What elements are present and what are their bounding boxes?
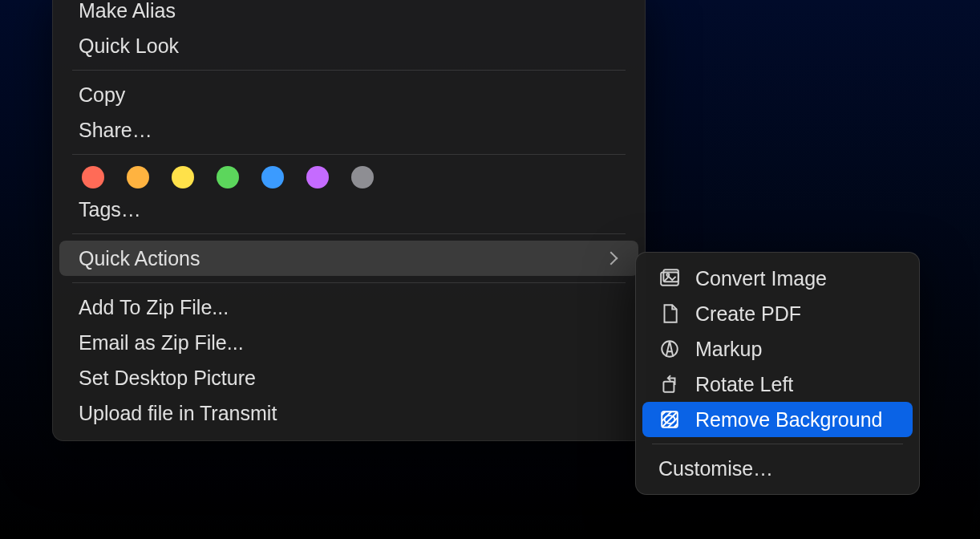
menu-item-email-as-zip[interactable]: Email as Zip File... [59, 325, 638, 360]
submenu-item-label: Rotate Left [695, 373, 793, 396]
document-icon [658, 302, 681, 325]
submenu-item-remove-background[interactable]: Remove Background [642, 402, 913, 437]
chevron-right-icon [605, 252, 618, 265]
menu-item-label: Add To Zip File... [79, 296, 229, 319]
tag-color-purple[interactable] [306, 166, 329, 188]
submenu-item-customise[interactable]: Customise… [642, 451, 913, 486]
tag-color-green[interactable] [217, 166, 239, 188]
menu-item-quick-actions[interactable]: Quick Actions [59, 241, 638, 276]
quick-actions-submenu: Convert Image Create PDF Markup [635, 252, 920, 495]
menu-separator [72, 154, 626, 155]
remove-background-icon [658, 408, 681, 431]
menu-separator [72, 282, 626, 283]
submenu-item-convert-image[interactable]: Convert Image [642, 261, 913, 296]
tag-color-row [59, 161, 638, 192]
tag-color-blue[interactable] [261, 166, 284, 188]
submenu-item-rotate-left[interactable]: Rotate Left [642, 367, 913, 402]
submenu-item-label: Markup [695, 338, 762, 361]
menu-item-label: Email as Zip File... [79, 331, 244, 355]
context-menu: Make Alias Quick Look Copy Share… Tags… … [52, 0, 646, 441]
menu-item-set-desktop-picture[interactable]: Set Desktop Picture [59, 360, 638, 395]
menu-item-label: Make Alias [79, 0, 176, 22]
menu-item-quick-look[interactable]: Quick Look [59, 28, 638, 63]
menu-item-label: Quick Actions [79, 247, 200, 270]
tag-color-red[interactable] [82, 166, 104, 188]
image-icon [658, 267, 681, 290]
tag-color-gray[interactable] [351, 166, 374, 188]
menu-item-label: Tags… [79, 198, 141, 221]
submenu-item-create-pdf[interactable]: Create PDF [642, 296, 913, 331]
menu-item-share[interactable]: Share… [59, 112, 638, 148]
submenu-item-label: Customise… [658, 457, 773, 480]
menu-item-label: Copy [79, 83, 125, 107]
menu-separator [72, 70, 626, 71]
menu-item-label: Quick Look [79, 34, 179, 58]
menu-item-tags[interactable]: Tags… [59, 192, 638, 227]
menu-item-label: Share… [79, 119, 152, 142]
menu-separator [72, 233, 626, 234]
submenu-separator [652, 444, 903, 444]
svg-rect-4 [663, 382, 674, 392]
submenu-item-markup[interactable]: Markup [642, 331, 913, 367]
menu-item-label: Upload file in Transmit [79, 402, 277, 425]
tag-color-yellow[interactable] [172, 166, 194, 188]
rotate-left-icon [658, 373, 681, 395]
menu-item-label: Set Desktop Picture [79, 367, 256, 390]
menu-item-upload-transmit[interactable]: Upload file in Transmit [59, 395, 638, 431]
menu-item-add-to-zip[interactable]: Add To Zip File... [59, 290, 638, 325]
menu-item-copy[interactable]: Copy [59, 77, 638, 112]
tag-color-orange[interactable] [127, 166, 149, 188]
markup-icon [658, 338, 681, 360]
submenu-item-label: Convert Image [695, 267, 827, 290]
submenu-item-label: Create PDF [695, 302, 801, 326]
menu-item-make-alias[interactable]: Make Alias [59, 0, 638, 28]
submenu-item-label: Remove Background [695, 408, 882, 432]
